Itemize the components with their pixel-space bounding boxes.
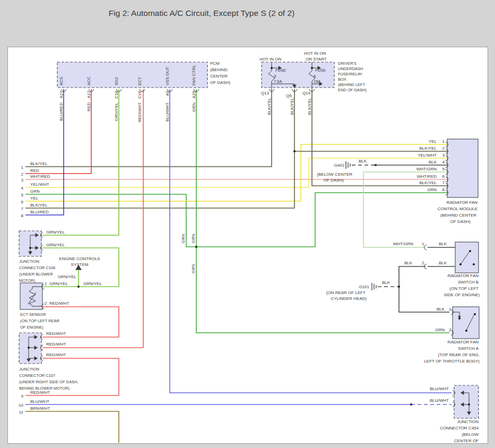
junction-dot (410, 403, 412, 406)
diagram-label: 7.5A (274, 79, 282, 84)
diagram-label: 1 (449, 307, 451, 312)
diagram-label: RADIATOR FAN (448, 340, 479, 344)
diagram-label: ACS (59, 77, 64, 85)
diagram-label: OF ENGINE) (20, 325, 44, 330)
diagram-label: UNDERDASH (338, 66, 363, 71)
diagram-label: G101 (359, 285, 369, 289)
diagram-label: HOT IN ON (304, 51, 326, 56)
diagram-label: A9 (165, 90, 170, 96)
diagram-label: JUNCTION (19, 367, 39, 372)
diagram-label: YEL (429, 139, 437, 144)
diagram-label: 5 (442, 167, 445, 171)
diagram-label: GRN (30, 189, 40, 194)
diagram-label: Q14 (302, 91, 311, 96)
diagram-label: BLU/WHT (430, 398, 449, 403)
diagram-label: 2 (422, 261, 424, 265)
diagram-label: C26 (137, 90, 142, 98)
diagram-label: LEFT OF THROTTLE BODY) (424, 359, 480, 364)
diagram-label: CYLINDER HEAD) (331, 296, 367, 301)
diagram-label: 1 (422, 242, 424, 246)
junction-dot (469, 250, 471, 252)
diagram-label: (BEHIND CENTER (440, 213, 476, 218)
diagram-label: 15A (314, 79, 320, 84)
diagram-label: GRN/YEL (46, 230, 65, 235)
diagram-label: BEHIND BLOWER MOTOR) (19, 386, 70, 391)
diagram-label: RED/WHT (49, 301, 69, 306)
diagram-label: GRN (191, 234, 196, 243)
diagram-label: RED (86, 102, 91, 111)
diagram-label: A17 (86, 90, 91, 98)
wire-row1-blkyel-to-fuse-q13 (25, 89, 272, 167)
diagram-label: BLK (439, 261, 447, 265)
diagram-label: (BEHIND LEFT (338, 82, 366, 87)
diagram-label: ECT SENSOR (20, 312, 46, 317)
diagram-label: GRN (181, 234, 186, 243)
diagram-label: BOX (338, 77, 346, 82)
diagram-label: 10 (19, 403, 23, 408)
diagram-label: 8 (21, 213, 24, 218)
diagram-label: 1 (45, 281, 47, 286)
diagram-label: SWITCH B (458, 280, 479, 285)
wire-row7-blkyel-to-fuse-q5 (25, 89, 294, 208)
diagram-label: HOT IN ON (259, 57, 281, 62)
diagram-label: (TOP REAR OF ENG, (438, 352, 480, 357)
diagram-label: PCM (210, 61, 220, 66)
diagram-label: RED/WHT (30, 390, 50, 395)
diagram-label: SIDE OF ENGINE) (444, 292, 480, 297)
wire-row11-brnwht (25, 411, 119, 443)
radiator-fan-switch-a-box (453, 307, 479, 339)
diagram-label: FUSE (275, 68, 286, 73)
diagram-label: BLU/RED (30, 210, 49, 214)
diagram-label: RED/WHT (46, 342, 66, 347)
diagram-label: 2 (449, 328, 451, 332)
diagram-label: DRIVER'S (338, 61, 357, 66)
diagram-label: BLK/YEL (420, 146, 437, 151)
wire-row4-yelwht-to-module-pin3 (25, 158, 447, 187)
diagram-label: A26 (192, 90, 196, 98)
diagram-label: BLU/WHT (165, 102, 170, 122)
junction-dot (293, 150, 296, 152)
radiator-fan-control-module-box (447, 139, 478, 197)
diagram-label: CENTER OF (454, 438, 479, 443)
wire-pcm-vssout-bluwht-to-c454 (170, 89, 451, 393)
junction-dot (77, 286, 80, 288)
diagram-label: JUNCTION (457, 419, 479, 424)
diagram-label: BLU/RED (59, 102, 64, 121)
junction-dot (465, 330, 467, 332)
diagram-label: RED/WHT (137, 102, 142, 122)
diagram-label: Q13 (261, 91, 270, 96)
diagram-label: 2 (45, 301, 47, 306)
diagram-label: WHT/RED (30, 174, 50, 179)
diagram-label: SYSTEM (71, 262, 89, 267)
diagram-label: (BELOW (462, 432, 479, 437)
diagram-label: BRN/WHT (30, 406, 50, 411)
diagram-label: GRN/YEL (49, 281, 68, 286)
diagram-label: 7 (21, 206, 24, 211)
diagram-label: BLK (437, 307, 445, 312)
diagram-label: SWITCH A (458, 346, 479, 351)
diagram-label: WHT/RED (417, 174, 437, 179)
diagram-label: 6 (314, 74, 316, 79)
diagram-label: GRN (191, 264, 196, 273)
diagram-label: BLK/YEL (420, 180, 437, 185)
diagram-label: 3 (21, 178, 24, 183)
diagram-label: BLK/YEL (267, 97, 272, 115)
diagram-label: 2 (442, 146, 445, 151)
diagram-label: G401 (334, 163, 344, 168)
diagram-label: FUSE/RELAY (338, 72, 362, 76)
diagram-label: 1 (442, 139, 445, 144)
diagram-label: FAN CTRL (192, 65, 196, 85)
diagram-label: 2 (21, 172, 24, 177)
diagram-label: 6 (442, 174, 445, 179)
diagram-label: (ON REAR OF LEFT (326, 290, 366, 295)
diagram-label: 3 (274, 74, 276, 79)
diagram-label: OR START (306, 57, 327, 62)
diagram-label: 11 (19, 410, 24, 415)
radiator-fan-switch-b-box (455, 242, 479, 273)
junction-connector-c454-box (454, 385, 479, 418)
diagram-label: RED (30, 168, 39, 173)
diagram-label: GRN/YEL (83, 281, 102, 286)
junction-dot (458, 317, 461, 320)
diagram-label: GRN (427, 187, 437, 192)
junction-dot (459, 263, 462, 265)
